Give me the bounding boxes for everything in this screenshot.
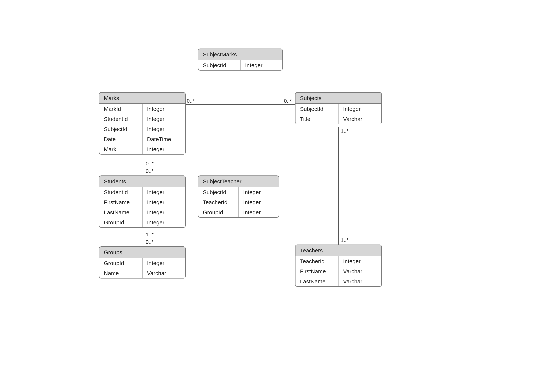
column-type: Varchar xyxy=(339,276,381,286)
entity-title: Subjects xyxy=(296,93,381,104)
column-type: Integer xyxy=(142,217,185,227)
column-type: Varchar xyxy=(339,266,381,276)
table-row: SubjectIdInteger xyxy=(198,187,279,197)
column-name: StudentId xyxy=(99,114,142,124)
entity-title: SubjectTeacher xyxy=(198,176,279,187)
column-type: Integer xyxy=(142,187,185,197)
multiplicity-label: 1..* xyxy=(341,128,348,134)
entity-subjectteacher[interactable]: SubjectTeacher SubjectIdInteger TeacherI… xyxy=(198,175,279,218)
column-name: Mark xyxy=(99,144,142,154)
entity-title: Marks xyxy=(99,93,185,104)
column-type: Integer xyxy=(142,114,185,124)
column-name: GroupId xyxy=(198,207,239,217)
column-name: SubjectId xyxy=(198,60,241,70)
column-name: GroupId xyxy=(99,217,142,227)
table-row: DateDateTime xyxy=(99,134,185,144)
table-row: LastNameVarchar xyxy=(296,276,381,286)
column-type: Integer xyxy=(142,258,185,268)
multiplicity-label: 0..* xyxy=(187,98,195,104)
table-row: TitleVarchar xyxy=(296,114,381,124)
table-row: TeacherIdInteger xyxy=(198,197,279,207)
table-row: StudentIdInteger xyxy=(99,114,185,124)
entity-title: Students xyxy=(99,176,185,187)
entity-groups[interactable]: Groups GroupIdInteger NameVarchar xyxy=(99,246,186,279)
column-name: LastName xyxy=(296,276,339,286)
column-name: MarkId xyxy=(99,104,142,114)
table-row: GroupIdInteger xyxy=(198,207,279,217)
column-type: Integer xyxy=(239,197,279,207)
table-row: TeacherIdInteger xyxy=(296,256,381,266)
column-name: SubjectId xyxy=(198,187,239,197)
er-diagram-canvas: SubjectMarks SubjectId Integer Marks Mar… xyxy=(0,0,554,392)
multiplicity-label: 0..* xyxy=(146,239,154,245)
column-name: Date xyxy=(99,134,142,144)
column-type: Integer xyxy=(142,207,185,217)
column-type: Integer xyxy=(142,124,185,134)
column-name: TeacherId xyxy=(198,197,239,207)
column-name: SubjectId xyxy=(99,124,142,134)
column-type: Integer xyxy=(239,207,279,217)
table-row: MarkIdInteger xyxy=(99,104,185,114)
column-type: Integer xyxy=(142,197,185,207)
column-type: Integer xyxy=(239,187,279,197)
multiplicity-label: 0..* xyxy=(146,168,154,174)
column-type: Integer xyxy=(339,104,381,114)
entity-title: Groups xyxy=(99,247,185,258)
entity-subjectmarks[interactable]: SubjectMarks SubjectId Integer xyxy=(198,49,283,70)
entity-marks[interactable]: Marks MarkIdInteger StudentIdInteger Sub… xyxy=(99,92,186,154)
column-name: TeacherId xyxy=(296,256,339,266)
column-type: Varchar xyxy=(142,268,185,278)
column-type: Integer xyxy=(241,60,282,70)
column-name: StudentId xyxy=(99,187,142,197)
entity-title: SubjectMarks xyxy=(198,49,282,60)
column-name: SubjectId xyxy=(296,104,339,114)
entity-teachers[interactable]: Teachers TeacherIdInteger FirstNameVarch… xyxy=(295,245,382,287)
column-type: Varchar xyxy=(339,114,381,124)
column-name: LastName xyxy=(99,207,142,217)
column-name: FirstName xyxy=(296,266,339,276)
column-name: FirstName xyxy=(99,197,142,207)
table-row: LastNameInteger xyxy=(99,207,185,217)
entity-students[interactable]: Students StudentIdInteger FirstNameInteg… xyxy=(99,175,186,228)
table-row: SubjectIdInteger xyxy=(99,124,185,134)
entity-title: Teachers xyxy=(296,245,381,256)
table-row: GroupIdInteger xyxy=(99,217,185,227)
column-type: Integer xyxy=(339,256,381,266)
column-type: Integer xyxy=(142,144,185,154)
table-row: StudentIdInteger xyxy=(99,187,185,197)
multiplicity-label: 0..* xyxy=(146,161,154,167)
table-row: NameVarchar xyxy=(99,268,185,278)
column-type: DateTime xyxy=(142,134,185,144)
column-type: Integer xyxy=(142,104,185,114)
table-row: GroupIdInteger xyxy=(99,258,185,268)
multiplicity-label: 1..* xyxy=(341,237,348,243)
multiplicity-label: 0..* xyxy=(284,98,292,104)
column-name: Title xyxy=(296,114,339,124)
table-row: FirstNameVarchar xyxy=(296,266,381,276)
multiplicity-label: 1..* xyxy=(146,231,154,238)
column-name: GroupId xyxy=(99,258,142,268)
table-row: FirstNameInteger xyxy=(99,197,185,207)
column-name: Name xyxy=(99,268,142,278)
entity-subjects[interactable]: Subjects SubjectIdInteger TitleVarchar xyxy=(295,92,382,124)
table-row: MarkInteger xyxy=(99,144,185,154)
table-row: SubjectId Integer xyxy=(198,60,282,70)
table-row: SubjectIdInteger xyxy=(296,104,381,114)
